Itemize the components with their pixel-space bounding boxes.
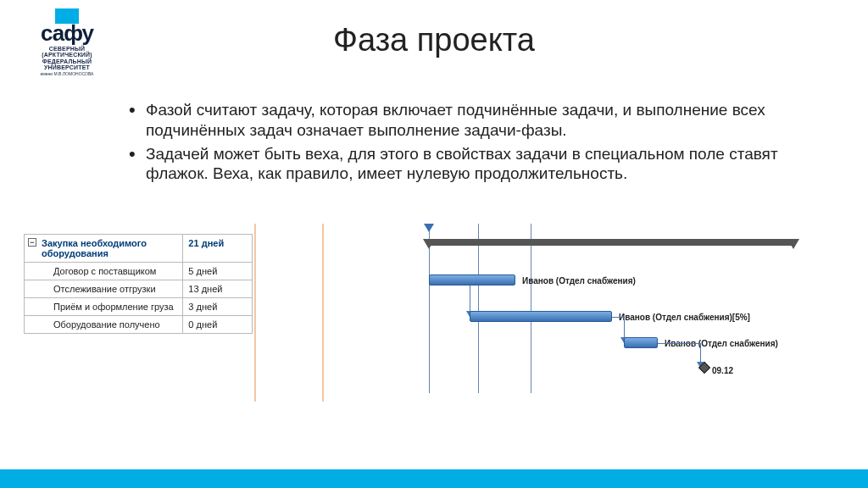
table-row: Оборудование получено 0 дней	[25, 316, 253, 334]
page-title: Фаза проекта	[0, 22, 868, 58]
gantt-gridline	[531, 224, 531, 393]
gantt-milestone-label: 09.12	[712, 366, 733, 375]
gantt-summary-bar	[429, 239, 793, 246]
bullet-list: Фазой считают задачу, которая включает п…	[127, 100, 788, 187]
task-duration: 3 дней	[183, 298, 253, 316]
bullet-item: Фазой считают задачу, которая включает п…	[127, 100, 788, 141]
gantt-link	[470, 286, 470, 311]
bullet-item: Задачей может быть веха, для этого в сво…	[127, 144, 788, 185]
task-name: Оборудование получено	[25, 316, 183, 334]
task-duration: 5 дней	[183, 263, 253, 280]
table-row: Отслеживание отгрузки 13 дней	[25, 280, 253, 298]
collapse-icon[interactable]: −	[28, 238, 36, 247]
task-duration: 13 дней	[183, 280, 253, 298]
table-row: Договор с поставщиком 5 дней	[25, 263, 253, 280]
task-duration: 0 дней	[183, 316, 253, 334]
task-name: Договор с поставщиком	[25, 263, 183, 280]
gantt-task-bar	[624, 337, 658, 348]
summary-task-name: Закупка необходимого оборудования	[42, 238, 147, 258]
table-row-summary: − Закупка необходимого оборудования 21 д…	[25, 235, 253, 263]
summary-task-duration: 21 дней	[183, 235, 253, 263]
task-table: − Закупка необходимого оборудования 21 д…	[24, 234, 253, 334]
gantt-bar-label: Иванов (Отдел снабжения)	[522, 276, 636, 286]
gantt-task-bar	[429, 274, 515, 286]
gantt-bar-label: Иванов (Отдел снабжения)[5%]	[619, 313, 750, 322]
crop-edge-right	[322, 224, 324, 402]
table-row: Приём и оформление груза 3 дней	[25, 298, 253, 316]
task-name: Приём и оформление груза	[25, 298, 183, 316]
gantt-link	[658, 343, 700, 344]
gantt-chart: Иванов (Отдел снабжения) Иванов (Отдел с…	[387, 224, 844, 402]
gantt-link	[700, 343, 701, 362]
gantt-link	[612, 317, 624, 318]
crop-edge-left	[254, 224, 256, 402]
task-name: Отслеживание отгрузки	[25, 280, 183, 298]
logo-subtitle2: имени М.В.ЛОМОНОСОВА	[29, 72, 105, 76]
gantt-task-bar	[470, 311, 612, 322]
footer-accent-bar	[0, 469, 868, 488]
summary-bar-end-icon	[787, 239, 799, 249]
summary-bar-end-icon	[423, 239, 435, 249]
gantt-gridline	[478, 224, 479, 393]
summary-start-marker-icon	[424, 224, 434, 232]
gantt-link	[624, 317, 625, 337]
gantt-gridline	[429, 224, 430, 393]
